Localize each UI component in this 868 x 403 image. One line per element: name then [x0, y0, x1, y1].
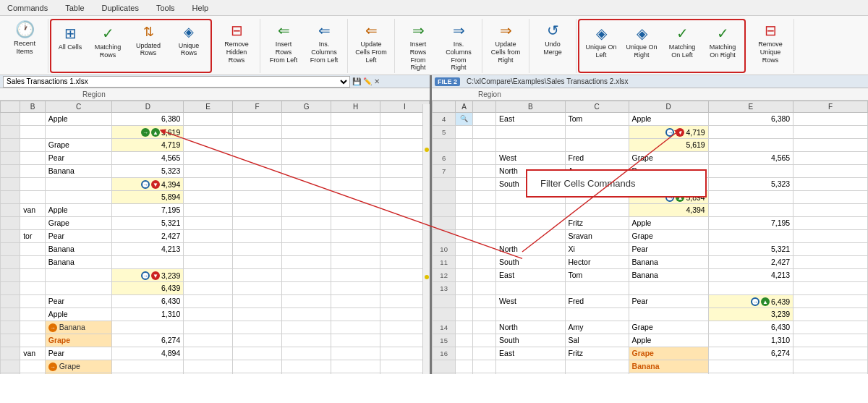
table-row: tor Pear 2,427 [1, 229, 430, 242]
table-row: → Grape [1, 360, 430, 373]
orange-circle-icon: → [48, 323, 57, 332]
updated-rows-button[interactable]: ⇅ Updated Rows [129, 22, 167, 59]
cell-icon-row13: → ▼ 3,239 [141, 271, 180, 280]
menu-help[interactable]: Help [190, 3, 212, 13]
right-blue-circle3: → [751, 297, 760, 306]
menu-table[interactable]: Table [62, 3, 87, 13]
left-file-select[interactable]: Sales Transactions 1.xlsx [3, 76, 350, 88]
left-region-bar: Region [0, 88, 430, 101]
table-row: Pear 6,430 [1, 294, 430, 307]
cell-icon-row2: → ▲ 5,619 [141, 128, 180, 137]
menu-tools[interactable]: Tools [153, 3, 178, 13]
insert-rows-left-button[interactable]: ⇐ Insert Rows From Left [265, 19, 302, 66]
remove-unique-rows-button[interactable]: ⊟ Remove Unique Rows [752, 19, 789, 66]
scroll-dot-1 [425, 148, 429, 152]
ins-col-right-button[interactable]: ⇒ Ins. Columns From Right [440, 19, 477, 74]
insert-rows-left-icon: ⇐ [278, 22, 290, 39]
table-row: 12 East Tom Banana 4,213 [433, 268, 868, 281]
table-row: Banana 7,580 [1, 373, 430, 374]
right-pane: FILE 2 C:\xlCompare\Examples\Sales Trans… [432, 75, 868, 374]
right-green-up2: ▲ [761, 297, 770, 306]
all-cells-icon: ⊞ [64, 25, 77, 42]
left-scrollbar[interactable] [422, 104, 430, 374]
update-cells-right-icon: ⇒ [500, 22, 512, 39]
ribbon-group-remove-unique: ⊟ Remove Unique Rows [747, 19, 794, 73]
table-row: van Apple 7,195 [1, 203, 430, 216]
update-cells-left-button[interactable]: ⇐ Update Cells From Left [352, 19, 390, 66]
cell-icon-row6: → ▼ 4,394 [141, 180, 180, 189]
ins-col-right-icon: ⇒ [453, 22, 465, 39]
table-row: 5,894 [1, 190, 430, 203]
right-red-down: ▼ [676, 128, 684, 137]
unique-on-right-button[interactable]: ◈ Unique On Right [623, 22, 660, 61]
right-col-header-a: A [456, 101, 472, 112]
orange-circle-icon2: → [48, 362, 57, 371]
right-blue-circle2: → [665, 193, 674, 202]
ribbon-group-undo: ↺ Undo Merge [529, 19, 576, 73]
undo-merge-button[interactable]: ↺ Undo Merge [534, 19, 571, 59]
unique-rows-icon: ◈ [184, 25, 194, 41]
ins-col-left-icon: ⇐ [318, 22, 331, 39]
table-row: → Banana [1, 321, 430, 334]
blue-circle-icon: → [141, 180, 150, 189]
update-cells-left-icon: ⇐ [365, 22, 378, 39]
table-row: 4,394 [433, 203, 868, 216]
remove-hidden-button[interactable]: ⊟ Remove Hidden Rows [218, 19, 255, 66]
green-arrow-up-icon: ▲ [151, 128, 160, 137]
filter-commands-group: ⊞ All Cells ✓ Matching Rows ⇅ Updated Ro… [50, 19, 212, 73]
unique-on-left-button[interactable]: ◈ Unique On Left [582, 22, 620, 61]
region-label-left: Region [82, 90, 106, 98]
all-cells-button[interactable]: ⊞ All Cells [54, 22, 86, 54]
right-file-bar: FILE 2 C:\xlCompare\Examples\Sales Trans… [432, 75, 868, 88]
left-col-header-b: B [20, 101, 46, 112]
ribbon: 🕐 Recent Items ⊞ All Cells ✓ Matching Ro… [0, 16, 868, 75]
table-row: South Sal Banana 5,323 [433, 177, 868, 190]
table-row: 13 [433, 281, 868, 294]
menu-commands[interactable]: Commands [4, 3, 51, 13]
unique-rows-button[interactable]: ◈ Unique Rows [170, 22, 208, 59]
update-cells-right-button[interactable]: ⇒ Update Cells from Right [487, 19, 524, 66]
matching-on-right-button[interactable]: ✓ Matching On Right [704, 22, 741, 61]
right-cell-icon-row2: → ▼ 4,719 [665, 128, 705, 137]
menu-duplicates[interactable]: Duplicates [99, 3, 142, 13]
table-row: Pear 4,565 [1, 151, 430, 164]
table-row: 17 West Sravan Pear 4,894 [433, 373, 868, 374]
right-blue-circle: → [665, 128, 674, 137]
left-col-header-num [1, 101, 20, 112]
matching-on-left-button[interactable]: ✓ Matching On Left [663, 22, 701, 61]
table-row: Banana [433, 360, 868, 373]
matching-rows-icon: ✓ [102, 25, 114, 42]
table-row: Sravan Grape [433, 229, 868, 242]
split-wrapper: Sales Transactions 1.xlsx 💾 ✏️ ✕ Region [0, 75, 868, 374]
table-row: → ▲ 5,894 [433, 190, 868, 203]
recent-items-button[interactable]: 🕐 Recent Items [6, 19, 43, 58]
table-row: Apple 6,380 [1, 112, 430, 125]
right-file-path: C:\xlCompare\Examples\Sales Transactions… [467, 77, 628, 85]
remove-hidden-icon: ⊟ [231, 22, 243, 39]
table-row: West Fred Pear → ▲ 6,439 [433, 294, 868, 307]
ribbon-group-insert-left: ⇐ Insert Rows From Left ⇐ Ins. Columns F… [260, 19, 348, 73]
ins-col-left-button[interactable]: ⇐ Ins. Columns From Left [305, 19, 343, 66]
matching-rows-button[interactable]: ✓ Matching Rows [89, 22, 127, 61]
left-pane: Sales Transactions 1.xlsx 💾 ✏️ ✕ Region [0, 75, 432, 374]
table-row: → ▲ 5,619 [1, 125, 430, 138]
table-row: 11 South Hector Banana 2,427 [433, 255, 868, 268]
table-row: 7 North Amy Pear [433, 164, 868, 177]
right-col-header-c: B [496, 101, 565, 112]
matching-on-left-icon: ✓ [676, 25, 689, 42]
ribbon-group-recent: 🕐 Recent Items [1, 19, 48, 73]
table-row: 4 🔍 East Tom Apple 6,380 [433, 112, 868, 125]
ribbon-group-update-left: ⇐ Update Cells From Left [348, 19, 395, 73]
table-row: Banana [1, 255, 430, 268]
matching-on-right-icon: ✓ [717, 25, 729, 42]
left-col-header-c: C [45, 101, 112, 112]
table-row: → ▼ 4,394 [1, 177, 430, 190]
table-row: 16 East Fritz Grape 6,274 [433, 347, 868, 360]
right-green-up: ▲ [676, 193, 684, 202]
red-down-icon2: ▼ [151, 271, 160, 280]
left-col-header-f: F [233, 101, 282, 112]
insert-rows-right-button[interactable]: ⇒ Insert Rows From Right [399, 19, 437, 74]
table-row: 3,239 [433, 307, 868, 321]
right-col-header-num [433, 101, 456, 112]
menu-bar: Commands Table Duplicates Tools Help [0, 0, 868, 16]
